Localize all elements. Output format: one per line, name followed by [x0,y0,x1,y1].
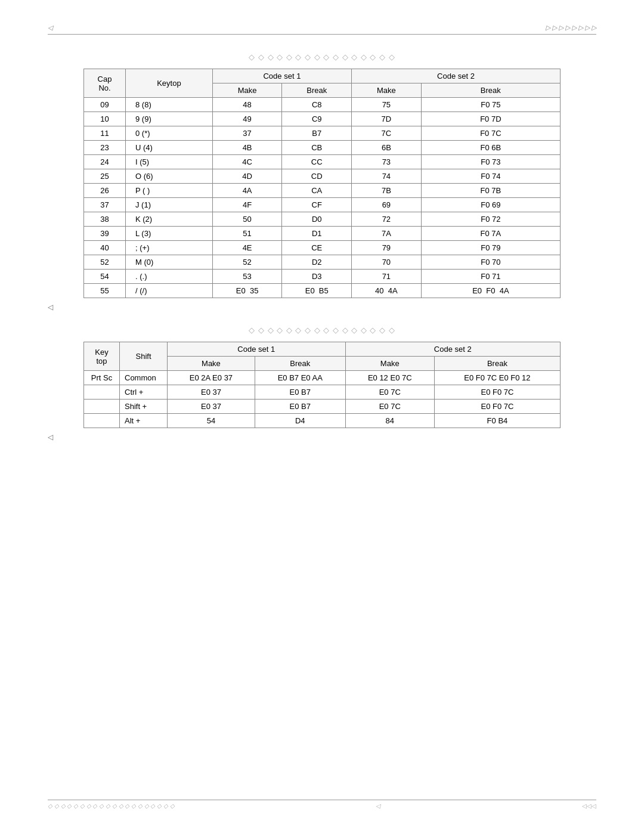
cell-make1: 4A [212,184,282,198]
cell-make1: 51 [212,227,282,241]
cell-keytop: 9 (9) [125,112,212,126]
cell-keytop: J (1) [125,198,212,212]
th-break1: Break [282,83,352,98]
cell-break2-2: E0 F0 7C E0 F0 12 [434,371,560,385]
cell-keytop: K (2) [125,212,212,227]
cell-make2-2: 84 [345,414,434,428]
table-row-last: 55 / (/) E0 35 E0 B5 40 4A E0 F0 4A [84,284,561,298]
table1-section: ◇ ◇ ◇ ◇ ◇ ◇ ◇ ◇ ◇ ◇ ◇ ◇ ◇ ◇ ◇ ◇ CapNo. K… [48,52,596,311]
cell-make2: 73 [352,155,422,169]
cell-break1: D3 [282,270,352,284]
cell-cap-last: 55 [84,284,126,298]
cell-break1: D2 [282,255,352,270]
cell-make1-2: E0 2A E0 37 [168,371,255,385]
cell-make2: 70 [352,255,422,270]
cell-make1: 50 [212,212,282,227]
th-shift: Shift [120,342,168,371]
th-keytop2: Keytop [84,342,120,371]
cell-cap: 54 [84,270,126,284]
th-make1b: Make [168,357,255,371]
cell-cap: 40 [84,241,126,255]
cell-make1: 53 [212,270,282,284]
table-row: 24 I (5) 4C CC 73 F0 73 [84,155,561,169]
cell-break1: CE [282,241,352,255]
page-container: ◁ ▷ ▷ ▷ ▷ ▷ ▷ ▷ ▷ ◇ ◇ ◇ ◇ ◇ ◇ ◇ ◇ ◇ ◇ ◇ … [0,0,644,833]
cell-break2-2: E0 F0 7C [434,385,560,400]
table-row: 39 L (3) 51 D1 7A F0 7A [84,227,561,241]
table-row: 10 9 (9) 49 C9 7D F0 7D [84,112,561,126]
cell-keytop2: Prt Sc [84,371,120,385]
cell-break2-last: E0 F0 4A [421,284,560,298]
cell-break2: F0 79 [421,241,560,255]
cell-cap: 24 [84,155,126,169]
table-row: 54 . (.) 53 D3 71 F0 71 [84,270,561,284]
cell-break2: F0 70 [421,255,560,270]
table2-section: ◇ ◇ ◇ ◇ ◇ ◇ ◇ ◇ ◇ ◇ ◇ ◇ ◇ ◇ ◇ ◇ Keytop S… [48,326,596,441]
cell-break1-2: E0 B7 E0 AA [255,371,345,385]
table-row: Shift + E0 37 E0 B7 E0 7C E0 F0 7C [84,400,561,414]
th-codeset2: Code set 2 [352,69,561,83]
cell-shift: Ctrl + [120,385,168,400]
cell-keytop2 [84,414,120,428]
cell-make1: 37 [212,126,282,141]
cell-keytop: 8 (8) [125,98,212,112]
table-row: 26 P ( ) 4A CA 7B F0 7B [84,184,561,198]
cell-shift: Alt + [120,414,168,428]
table-row: Alt + 54 D4 84 F0 B4 [84,414,561,428]
cell-make2: 6B [352,141,422,155]
cell-make2: 71 [352,270,422,284]
th-break2: Break [421,83,560,98]
cell-cap: 37 [84,198,126,212]
cell-break2: F0 73 [421,155,560,169]
th-codeset1b: Code set 1 [168,342,346,357]
cell-make2-2: E0 7C [345,385,434,400]
cell-keytop-last: / (/) [125,284,212,298]
page-footer: ◇ ◇ ◇ ◇ ◇ ◇ ◇ ◇ ◇ ◇ ◇ ◇ ◇ ◇ ◇ ◇ ◇ ◇ ◇ ◇ … [48,800,596,809]
cell-keytop: 0 (*) [125,126,212,141]
table2-note: ◁ [48,433,596,441]
cell-shift: Common [120,371,168,385]
cell-break1: CA [282,184,352,198]
cell-break1: B7 [282,126,352,141]
table-row: 52 M (0) 52 D2 70 F0 70 [84,255,561,270]
cell-break1-2: E0 B7 [255,400,345,414]
cell-keytop: U (4) [125,141,212,155]
cell-make1-last: E0 35 [212,284,282,298]
cell-break2: F0 75 [421,98,560,112]
cell-make2: 7D [352,112,422,126]
table-row: 40 ; (+) 4E CE 79 F0 79 [84,241,561,255]
cell-make1-2: E0 37 [168,385,255,400]
table-row: 37 J (1) 4F CF 69 F0 69 [84,198,561,212]
cell-keytop2 [84,400,120,414]
table1: CapNo. Keytop Code set 1 Code set 2 Make… [83,69,561,298]
cell-cap: 25 [84,169,126,184]
cell-break2: F0 69 [421,198,560,212]
cell-cap: 11 [84,126,126,141]
cell-make1-2: 54 [168,414,255,428]
th-make1: Make [212,83,282,98]
cell-break2: F0 7B [421,184,560,198]
cell-keytop: ; (+) [125,241,212,255]
cell-keytop: M (0) [125,255,212,270]
cell-make2: 74 [352,169,422,184]
cell-break2: F0 74 [421,169,560,184]
cell-make1: 49 [212,112,282,126]
cell-cap: 10 [84,112,126,126]
th-keytop: Keytop [125,69,212,98]
cell-break1-last: E0 B5 [282,284,352,298]
cell-break2: F0 7C [421,126,560,141]
cell-keytop: I (5) [125,155,212,169]
cell-break1: CC [282,155,352,169]
cell-keytop: O (6) [125,169,212,184]
cell-break1: CF [282,198,352,212]
table-row: 09 8 (8) 48 C8 75 F0 75 [84,98,561,112]
cell-cap: 39 [84,227,126,241]
cell-make1: 4E [212,241,282,255]
table-row: 23 U (4) 4B CB 6B F0 6B [84,141,561,155]
cell-break2: F0 7A [421,227,560,241]
table2-wrapper: Keytop Shift Code set 1 Code set 2 Make … [83,342,561,428]
header-right: ▷ ▷ ▷ ▷ ▷ ▷ ▷ ▷ [546,24,596,32]
cell-make2: 79 [352,241,422,255]
cell-cap: 09 [84,98,126,112]
th-cap: CapNo. [84,69,126,98]
